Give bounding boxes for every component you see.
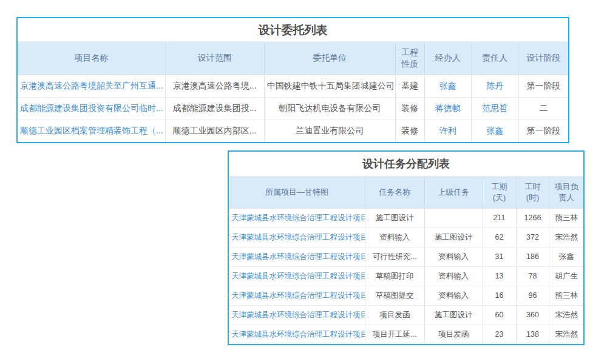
project-name-link[interactable]: 京港澳高速公路粤境韶关至广州互通... — [18, 75, 165, 97]
design-stage-cell: 二 — [518, 97, 568, 120]
column-header-owner: 责任人 — [471, 42, 518, 75]
column-header-design-stage: 设计阶段 — [518, 42, 568, 75]
table-row: 天津蒙城县水环境综合治理工程设计项目草稿图打印资料输入1378胡广生 — [229, 266, 583, 286]
task-name-cell: 项目发函 — [365, 305, 424, 325]
design-commission-table: 设计委托列表 项目名称设计范围委托单位工程性质经办人责任人设计阶段 京港澳高速公… — [16, 17, 569, 143]
table-row: 天津蒙城县水环境综合治理工程设计项目可行性研究...资料输入31186张鑫 — [229, 247, 583, 266]
work-hours-cell: 360 — [516, 305, 549, 325]
commission-table-title: 设计委托列表 — [18, 18, 568, 42]
design-stage-cell: 第一阶段 — [518, 75, 568, 97]
task-table: 所属项目—甘特图任务名称上级任务工期(天)工时(时)项目负责人 天津蒙城县水环境… — [229, 177, 583, 344]
gantt-project-link[interactable]: 天津蒙城县水环境综合治理工程设计项目 — [229, 325, 365, 344]
table-row: 京港澳高速公路粤境韶关至广州互通...京港澳高速公路粤境...中国铁建中铁十五局… — [18, 75, 568, 97]
project-nature-cell: 装修 — [395, 120, 424, 142]
gantt-project-link[interactable]: 天津蒙城县水环境综合治理工程设计项目 — [229, 228, 365, 247]
work-hours-cell: 1266 — [516, 208, 549, 228]
gantt-project-link[interactable]: 天津蒙城县水环境综合治理工程设计项目 — [229, 247, 365, 266]
task-table-title: 设计任务分配列表 — [229, 152, 583, 177]
column-header-project-name: 项目名称 — [18, 42, 165, 75]
column-header-task-name: 任务名称 — [365, 177, 424, 208]
parent-task-cell: 资料输入 — [424, 266, 483, 286]
parent-task-cell: 项目发函 — [424, 325, 483, 344]
work-hours-cell: 96 — [516, 286, 549, 305]
parent-task-cell — [424, 208, 483, 228]
parent-task-cell: 资料输入 — [424, 286, 483, 305]
duration-days-cell: 23 — [483, 325, 516, 344]
table-row: 天津蒙城县水环境综合治理工程设计项目资料输入施工图设计62372宋浩然 — [229, 228, 583, 247]
column-header-gantt-project: 所属项目—甘特图 — [229, 177, 365, 208]
handler-link[interactable]: 蒋德帧 — [424, 97, 471, 120]
task-name-cell: 可行性研究... — [365, 247, 424, 266]
task-name-cell: 资料输入 — [365, 228, 424, 247]
column-header-handler: 经办人 — [424, 42, 471, 75]
task-name-cell: 项目开工延... — [365, 325, 424, 344]
parent-task-cell: 施工图设计 — [424, 305, 483, 325]
design-stage-cell: 第一阶段 — [518, 120, 568, 142]
project-manager-cell: 宋浩然 — [549, 228, 583, 247]
work-hours-cell: 186 — [516, 247, 549, 266]
owner-link[interactable]: 张鑫 — [471, 120, 518, 142]
table-row: 天津蒙城县水环境综合治理工程设计项目草稿图提交资料输入1696熊三林 — [229, 286, 583, 305]
duration-days-cell: 211 — [483, 208, 516, 228]
parent-task-cell: 施工图设计 — [424, 228, 483, 247]
work-hours-cell: 78 — [516, 266, 549, 286]
gantt-project-link[interactable]: 天津蒙城县水环境综合治理工程设计项目 — [229, 305, 365, 325]
column-header-project-manager: 项目负责人 — [549, 177, 583, 208]
commission-table-body: 京港澳高速公路粤境韶关至广州互通...京港澳高速公路粤境...中国铁建中铁十五局… — [18, 75, 568, 142]
parent-task-cell: 资料输入 — [424, 247, 483, 266]
task-name-cell: 草稿图提交 — [365, 286, 424, 305]
work-hours-cell: 372 — [516, 228, 549, 247]
gantt-project-link[interactable]: 天津蒙城县水环境综合治理工程设计项目 — [229, 208, 365, 228]
table-row: 天津蒙城县水环境综合治理工程设计项目施工图设计2111266熊三林 — [229, 208, 583, 228]
project-manager-cell: 熊三林 — [549, 286, 583, 305]
column-header-work-hours: 工时(时) — [516, 177, 549, 208]
design-task-allocation-table: 设计任务分配列表 所属项目—甘特图任务名称上级任务工期(天)工时(时)项目负责人… — [228, 150, 585, 345]
handler-link[interactable]: 许利 — [424, 120, 471, 142]
client-unit-cell: 朝阳飞达机电设备有限公司 — [264, 97, 395, 120]
table-row: 天津蒙城县水环境综合治理工程设计项目项目开工延...项目发函23138宋浩然 — [229, 325, 583, 344]
commission-table: 项目名称设计范围委托单位工程性质经办人责任人设计阶段 京港澳高速公路粤境韶关至广… — [18, 42, 568, 142]
handler-link[interactable]: 张鑫 — [424, 75, 471, 97]
gantt-project-link[interactable]: 天津蒙城县水环境综合治理工程设计项目 — [229, 266, 365, 286]
task-table-body: 天津蒙城县水环境综合治理工程设计项目施工图设计2111266熊三林天津蒙城县水环… — [229, 208, 583, 344]
column-header-parent-task: 上级任务 — [424, 177, 483, 208]
project-manager-cell: 熊三林 — [549, 208, 583, 228]
column-header-client-unit: 委托单位 — [264, 42, 395, 75]
project-manager-cell: 宋浩然 — [549, 305, 583, 325]
column-header-project-nature: 工程性质 — [395, 42, 424, 75]
client-unit-cell: 兰迪置业有限公司 — [264, 120, 395, 142]
duration-days-cell: 60 — [483, 305, 516, 325]
table-row: 成都能源建设集团投资有限公司临时...成都能源建设集团投...朝阳飞达机电设备有… — [18, 97, 568, 120]
header-row: 所属项目—甘特图任务名称上级任务工期(天)工时(时)项目负责人 — [229, 177, 583, 208]
column-header-duration-days: 工期(天) — [483, 177, 516, 208]
gantt-project-link[interactable]: 天津蒙城县水环境综合治理工程设计项目 — [229, 286, 365, 305]
duration-days-cell: 31 — [483, 247, 516, 266]
column-header-design-scope: 设计范围 — [165, 42, 264, 75]
project-name-link[interactable]: 成都能源建设集团投资有限公司临时... — [18, 97, 165, 120]
design-scope-cell: 京港澳高速公路粤境... — [165, 75, 264, 97]
owner-link[interactable]: 范思哲 — [471, 97, 518, 120]
table-row: 顺德工业园区档案管理精装饰工程（...顺德工业园区内部区...兰迪置业有限公司装… — [18, 120, 568, 142]
project-manager-cell: 宋浩然 — [549, 325, 583, 344]
duration-days-cell: 13 — [483, 266, 516, 286]
task-name-cell: 草稿图打印 — [365, 266, 424, 286]
task-table-header: 所属项目—甘特图任务名称上级任务工期(天)工时(时)项目负责人 — [229, 177, 583, 208]
work-hours-cell: 138 — [516, 325, 549, 344]
design-scope-cell: 成都能源建设集团投... — [165, 97, 264, 120]
commission-table-header: 项目名称设计范围委托单位工程性质经办人责任人设计阶段 — [18, 42, 568, 75]
client-unit-cell: 中国铁建中铁十五局集团城建公司 — [264, 75, 395, 97]
project-manager-cell: 张鑫 — [549, 247, 583, 266]
task-name-cell: 施工图设计 — [365, 208, 424, 228]
design-scope-cell: 顺德工业园区内部区... — [165, 120, 264, 142]
project-manager-cell: 胡广生 — [549, 266, 583, 286]
header-row: 项目名称设计范围委托单位工程性质经办人责任人设计阶段 — [18, 42, 568, 75]
table-row: 天津蒙城县水环境综合治理工程设计项目项目发函施工图设计60360宋浩然 — [229, 305, 583, 325]
duration-days-cell: 16 — [483, 286, 516, 305]
owner-link[interactable]: 陈丹 — [471, 75, 518, 97]
project-nature-cell: 装修 — [395, 97, 424, 120]
project-nature-cell: 基建 — [395, 75, 424, 97]
duration-days-cell: 62 — [483, 228, 516, 247]
page: 设计委托列表 项目名称设计范围委托单位工程性质经办人责任人设计阶段 京港澳高速公… — [0, 0, 607, 364]
project-name-link[interactable]: 顺德工业园区档案管理精装饰工程（... — [18, 120, 165, 142]
